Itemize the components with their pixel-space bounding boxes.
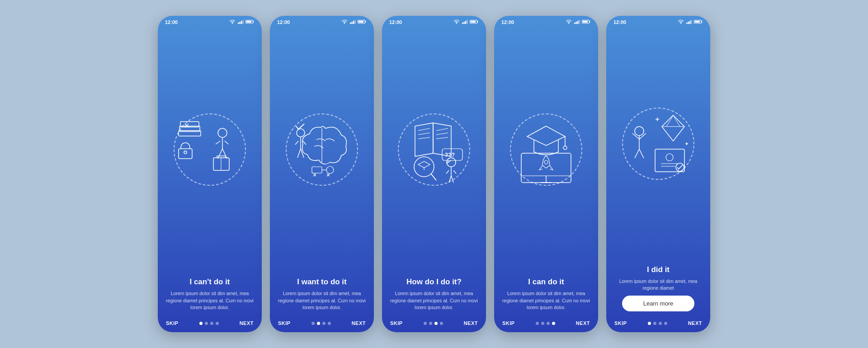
- svg-rect-3: [241, 21, 242, 24]
- bottom-nav: SKIPNEXT: [270, 318, 374, 332]
- svg-rect-77: [583, 21, 588, 23]
- svg-point-63: [447, 158, 456, 167]
- next-button[interactable]: NEXT: [576, 320, 590, 326]
- status-icons: [341, 19, 367, 25]
- skip-button[interactable]: SKIP: [502, 320, 515, 326]
- svg-rect-29: [355, 20, 356, 24]
- svg-rect-87: [686, 23, 688, 24]
- svg-line-107: [639, 149, 644, 158]
- signal-icon: [574, 19, 580, 25]
- svg-line-23: [218, 149, 222, 159]
- svg-point-109: [666, 154, 673, 161]
- bottom-nav: SKIPNEXT: [382, 318, 486, 332]
- next-button[interactable]: NEXT: [352, 320, 366, 326]
- svg-point-85: [544, 160, 548, 164]
- next-button[interactable]: NEXT: [464, 320, 478, 326]
- screens-container: 12:00: [158, 16, 710, 332]
- dot-2: [210, 322, 213, 325]
- svg-rect-1: [238, 23, 239, 24]
- screen-body: Lorem ipsum dolor sit dim amet, mea regi…: [614, 278, 702, 292]
- svg-marker-78: [527, 126, 565, 146]
- svg-rect-108: [655, 149, 684, 172]
- wifi-icon: [566, 19, 572, 25]
- dot-3: [664, 322, 667, 325]
- svg-line-65: [446, 170, 449, 174]
- status-time: 12:00: [165, 19, 178, 25]
- battery-icon: [694, 19, 703, 25]
- dashed-circle: ???: [398, 113, 470, 186]
- skip-button[interactable]: SKIP: [166, 320, 179, 326]
- screen-title: I can't do it: [166, 277, 254, 287]
- svg-line-106: [635, 149, 639, 158]
- svg-rect-52: [471, 21, 476, 23]
- svg-text:???: ???: [445, 152, 455, 158]
- svg-point-102: [635, 127, 644, 136]
- illustration-area: [270, 27, 374, 273]
- pagination-dots: [424, 322, 443, 325]
- illustration-area: [606, 27, 710, 261]
- dot-3: [552, 322, 555, 325]
- dashed-circle: [510, 113, 582, 186]
- dot-3: [328, 322, 331, 325]
- illustration-area: ???: [382, 27, 486, 273]
- status-time: 12:00: [613, 19, 626, 25]
- svg-line-17: [225, 141, 228, 144]
- dot-1: [317, 322, 320, 325]
- next-button[interactable]: NEXT: [688, 320, 702, 326]
- dot-2: [434, 322, 438, 325]
- svg-point-40: [326, 166, 334, 174]
- wifi-icon: [341, 19, 348, 25]
- wifi-icon: [678, 19, 684, 25]
- content-area: I want to do itLorem ipsum dolor sit dim…: [270, 273, 374, 318]
- svg-line-36: [303, 141, 306, 145]
- skip-button[interactable]: SKIP: [390, 320, 403, 326]
- signal-icon: [237, 19, 244, 25]
- status-icons: [453, 19, 479, 25]
- svg-point-80: [563, 146, 567, 150]
- phone-screen-2: 12:00: [270, 16, 374, 332]
- status-icons: [229, 19, 255, 25]
- skip-button[interactable]: SKIP: [614, 320, 627, 326]
- svg-line-16: [216, 141, 220, 144]
- svg-line-37: [297, 149, 301, 158]
- wifi-icon: [453, 19, 460, 25]
- screen-body: Lorem ipsum dolor sit dim amet, mea regi…: [502, 290, 590, 311]
- svg-marker-61: [418, 161, 430, 168]
- svg-line-68: [451, 176, 453, 183]
- next-button[interactable]: NEXT: [240, 320, 254, 326]
- svg-rect-26: [350, 23, 351, 24]
- svg-line-53: [418, 128, 430, 131]
- svg-rect-73: [576, 22, 577, 24]
- content-area: I can do itLorem ipsum dolor sit dim ame…: [494, 273, 598, 318]
- screen-body: Lorem ipsum dolor sit dim amet, mea regi…: [278, 290, 366, 311]
- battery-icon: [358, 19, 367, 25]
- status-time: 12:00: [501, 19, 514, 25]
- pagination-dots: [311, 322, 331, 325]
- dot-1: [205, 322, 208, 325]
- svg-line-67: [449, 176, 451, 183]
- svg-rect-49: [465, 21, 467, 24]
- phone-screen-3: 12:00: [382, 16, 486, 332]
- bottom-nav: SKIPNEXT: [158, 318, 262, 332]
- svg-marker-93: [662, 115, 684, 141]
- signal-icon: [349, 19, 356, 25]
- dot-1: [541, 322, 544, 325]
- screen-title: I did it: [614, 265, 702, 274]
- status-bar: 12:00: [494, 16, 598, 27]
- pagination-dots: [199, 322, 219, 325]
- svg-rect-39: [312, 167, 322, 173]
- svg-rect-48: [464, 22, 465, 24]
- status-bar: 12:00: [158, 16, 262, 27]
- skip-button[interactable]: SKIP: [278, 320, 291, 326]
- svg-line-55: [418, 137, 430, 139]
- screen-body: Lorem ipsum dolor sit dim amet, mea regi…: [390, 290, 478, 311]
- learn-more-button[interactable]: Learn more: [622, 296, 694, 311]
- illustration-area: [158, 27, 262, 273]
- svg-rect-89: [689, 21, 691, 24]
- svg-rect-75: [579, 20, 580, 24]
- signal-icon: [462, 19, 468, 25]
- pagination-dots: [536, 322, 555, 325]
- phone-screen-1: 12:00: [158, 16, 262, 332]
- svg-point-71: [568, 23, 569, 24]
- pagination-dots: [648, 322, 667, 325]
